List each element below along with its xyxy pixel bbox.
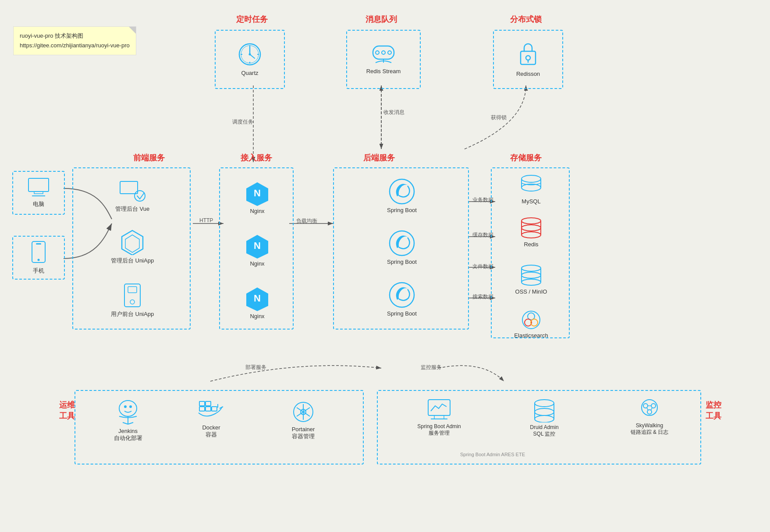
quartz-box: Quartz	[215, 30, 285, 89]
redis-stream-box: Redis Stream	[346, 30, 421, 89]
ops-box: Jenkins 自动化部署 Docker 容器	[75, 390, 364, 465]
deploy-label: 部署服务	[245, 364, 266, 371]
portainer-label: Portainer 容器管理	[292, 426, 315, 440]
mysql-icon	[519, 174, 543, 196]
docker-icon	[198, 400, 225, 422]
svg-rect-33	[36, 243, 41, 245]
spring-boot2-label: Spring Boot	[387, 259, 417, 265]
monitor-label: 监控服务	[421, 364, 442, 371]
svg-rect-35	[120, 181, 138, 194]
svg-rect-81	[199, 407, 205, 411]
spring-boot-admin-label: Spring Boot Admin 服务管理	[417, 423, 461, 437]
svg-point-49	[390, 231, 414, 255]
mysql-label: MySQL	[522, 198, 540, 205]
admin-vue-label: 管理后台 Vue	[115, 205, 149, 213]
svg-rect-93	[434, 415, 444, 419]
svg-rect-40	[128, 287, 137, 293]
svg-rect-80	[206, 401, 211, 406]
svg-point-95	[535, 400, 554, 407]
svg-point-104	[651, 404, 656, 408]
ops-label: 运维工具	[59, 400, 75, 422]
svg-point-15	[249, 53, 251, 56]
monitor-label-text: 监控工具	[706, 400, 721, 422]
frontend-box: 管理后台 Vue 管理后台 UniApp 用户前台 UniApp	[72, 167, 191, 330]
phone-label: 手机	[33, 267, 44, 275]
user-uniapp-label: 用户前台 UniApp	[111, 310, 154, 318]
spring-boot1-icon	[388, 178, 415, 205]
svg-marker-37	[122, 231, 143, 255]
svg-text:N: N	[254, 188, 261, 199]
svg-point-101	[535, 415, 554, 422]
svg-rect-82	[206, 407, 211, 411]
elasticsearch-label: Elasticsearch	[514, 332, 548, 339]
pc-label: 电脑	[33, 200, 44, 208]
admin-uniapp-label: 管理后台 UniApp	[111, 257, 154, 265]
jenkins-label: Jenkins 自动化部署	[114, 428, 142, 442]
svg-point-26	[526, 56, 530, 60]
svg-point-65	[522, 272, 541, 278]
svg-rect-28	[28, 178, 49, 192]
admin-uniapp-icon	[120, 229, 145, 255]
svg-rect-83	[212, 407, 217, 411]
svg-point-51	[522, 175, 541, 182]
oss-label: OSS / MinIO	[515, 288, 547, 295]
section-storage: 存储服务	[491, 153, 561, 163]
portainer-icon	[291, 400, 316, 424]
spring-boot3-icon	[388, 281, 415, 309]
svg-point-105	[647, 410, 652, 414]
svg-point-62	[522, 265, 541, 271]
note-title: ruoyi-vue-pro 技术架构图	[20, 31, 130, 41]
svg-point-73	[119, 401, 137, 416]
svg-point-58	[522, 225, 541, 231]
druid-admin-label: Druid Admin SQL 监控	[530, 424, 558, 438]
svg-point-98	[535, 408, 554, 415]
spring-boot1-label: Spring Boot	[387, 207, 417, 213]
gateway-box: N Nginx N Nginx N Nginx	[219, 167, 294, 330]
biz-data-label: 业务数据	[472, 196, 493, 204]
svg-rect-79	[199, 401, 205, 406]
svg-point-22	[382, 51, 385, 54]
schedule-label: 调度任务	[232, 118, 253, 126]
svg-line-78	[128, 422, 133, 424]
elasticsearch-icon	[519, 309, 543, 330]
skywalking-label: SkyWalking 链路追踪 & 日志	[631, 422, 669, 436]
svg-line-108	[651, 408, 652, 410]
section-message: 消息队列	[346, 14, 416, 25]
svg-text:N: N	[254, 240, 261, 251]
note-url: https://gitee.com/zhijiantianya/ruoyi-vu…	[20, 41, 130, 50]
phone-icon	[31, 241, 46, 263]
svg-point-55	[522, 218, 541, 224]
load-balance-label: 负载均衡	[296, 217, 317, 225]
nginx2-label: Nginx	[250, 260, 264, 267]
lock-label: 获得锁	[491, 114, 507, 121]
svg-rect-29	[34, 192, 43, 194]
jenkins-icon	[116, 400, 140, 426]
skywalking-icon	[637, 398, 662, 421]
nginx1-icon: N	[245, 181, 270, 206]
section-backend: 后端服务	[342, 153, 416, 163]
backend-box: Spring Boot Spring Boot Spring Boot	[333, 167, 469, 330]
quartz-icon	[238, 43, 262, 66]
nginx3-icon: N	[245, 286, 270, 311]
http-label: HTTP	[199, 217, 213, 223]
section-gateway: 接入服务	[221, 153, 291, 163]
quartz-label: Quartz	[241, 70, 258, 76]
svg-point-23	[388, 51, 391, 54]
spring-boot2-icon	[388, 230, 415, 257]
oss-icon	[519, 264, 543, 287]
svg-point-61	[522, 232, 541, 238]
redis-stream-icon	[371, 44, 396, 64]
redis-stream-label: Redis Stream	[366, 68, 401, 74]
svg-rect-39	[124, 284, 140, 307]
pc-icon	[28, 177, 50, 197]
monitor-box: Spring Boot Admin 服务管理 Druid Admin SQL 监…	[377, 390, 701, 465]
svg-marker-38	[125, 235, 139, 252]
diagram-container: ruoyi-vue-pro 技术架构图 https://gitee.com/zh…	[0, 0, 770, 532]
redisson-label: Redisson	[516, 71, 540, 77]
svg-point-75	[129, 405, 132, 408]
nginx1-label: Nginx	[250, 208, 264, 214]
spring-boot-admin-icon	[426, 398, 452, 422]
phone-box: 手机	[12, 236, 65, 280]
svg-point-74	[124, 405, 127, 408]
svg-point-21	[376, 51, 379, 54]
